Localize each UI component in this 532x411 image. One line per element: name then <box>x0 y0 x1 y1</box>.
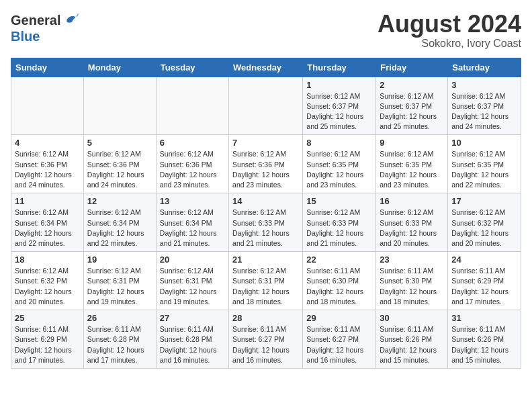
weekday-header-row: SundayMondayTuesdayWednesdayThursdayFrid… <box>11 58 521 77</box>
day-detail: Sunrise: 6:12 AM Sunset: 6:36 PM Dayligh… <box>87 149 152 190</box>
day-detail: Sunrise: 6:12 AM Sunset: 6:32 PM Dayligh… <box>15 266 80 307</box>
weekday-header-monday: Monday <box>83 58 156 77</box>
day-number: 8 <box>306 138 372 148</box>
day-detail: Sunrise: 6:12 AM Sunset: 6:31 PM Dayligh… <box>232 266 299 307</box>
logo: General Blue <box>11 11 81 43</box>
calendar-cell: 11Sunrise: 6:12 AM Sunset: 6:34 PM Dayli… <box>11 193 84 252</box>
day-number: 18 <box>15 255 80 265</box>
calendar-cell: 27Sunrise: 6:11 AM Sunset: 6:28 PM Dayli… <box>156 310 228 369</box>
calendar-week-1: 1Sunrise: 6:12 AM Sunset: 6:37 PM Daylig… <box>11 77 521 135</box>
day-detail: Sunrise: 6:11 AM Sunset: 6:29 PM Dayligh… <box>451 266 517 307</box>
day-detail: Sunrise: 6:12 AM Sunset: 6:37 PM Dayligh… <box>451 91 517 132</box>
calendar-cell: 22Sunrise: 6:11 AM Sunset: 6:30 PM Dayli… <box>303 252 376 310</box>
calendar-cell: 10Sunrise: 6:12 AM Sunset: 6:35 PM Dayli… <box>448 135 521 193</box>
day-number: 6 <box>160 138 225 148</box>
day-detail: Sunrise: 6:12 AM Sunset: 6:35 PM Dayligh… <box>306 149 372 190</box>
weekday-header-wednesday: Wednesday <box>229 58 303 77</box>
day-number: 24 <box>451 255 517 265</box>
day-detail: Sunrise: 6:12 AM Sunset: 6:31 PM Dayligh… <box>87 266 152 307</box>
day-number: 2 <box>380 80 444 90</box>
day-number: 14 <box>232 196 299 206</box>
title-area: August 2024 Sokokro, Ivory Coast <box>378 11 521 50</box>
day-number: 19 <box>87 255 152 265</box>
day-number: 21 <box>232 255 299 265</box>
day-number: 1 <box>306 80 372 90</box>
calendar-week-5: 25Sunrise: 6:11 AM Sunset: 6:29 PM Dayli… <box>11 310 521 369</box>
calendar-cell: 20Sunrise: 6:12 AM Sunset: 6:31 PM Dayli… <box>156 252 228 310</box>
calendar-cell: 17Sunrise: 6:12 AM Sunset: 6:32 PM Dayli… <box>448 193 521 252</box>
day-number: 29 <box>306 313 372 323</box>
day-number: 25 <box>15 313 80 323</box>
day-number: 4 <box>15 138 80 148</box>
day-detail: Sunrise: 6:11 AM Sunset: 6:28 PM Dayligh… <box>87 324 152 365</box>
calendar-cell: 15Sunrise: 6:12 AM Sunset: 6:33 PM Dayli… <box>303 193 376 252</box>
weekday-header-tuesday: Tuesday <box>156 58 228 77</box>
calendar-cell: 25Sunrise: 6:11 AM Sunset: 6:29 PM Dayli… <box>11 310 84 369</box>
day-detail: Sunrise: 6:12 AM Sunset: 6:35 PM Dayligh… <box>380 149 444 190</box>
weekday-header-thursday: Thursday <box>303 58 376 77</box>
day-detail: Sunrise: 6:11 AM Sunset: 6:26 PM Dayligh… <box>451 324 517 365</box>
day-detail: Sunrise: 6:12 AM Sunset: 6:37 PM Dayligh… <box>306 91 372 132</box>
calendar-cell <box>11 77 84 135</box>
calendar-cell <box>83 77 156 135</box>
day-detail: Sunrise: 6:11 AM Sunset: 6:30 PM Dayligh… <box>380 266 444 307</box>
day-number: 28 <box>232 313 299 323</box>
logo-bird-icon <box>62 11 81 30</box>
day-number: 23 <box>380 255 444 265</box>
calendar-cell <box>229 77 303 135</box>
location: Sokokro, Ivory Coast <box>378 38 521 50</box>
calendar-cell: 1Sunrise: 6:12 AM Sunset: 6:37 PM Daylig… <box>303 77 376 135</box>
header: General Blue August 2024 Sokokro, Ivory … <box>11 11 521 50</box>
day-number: 17 <box>451 196 517 206</box>
calendar-cell: 29Sunrise: 6:11 AM Sunset: 6:27 PM Dayli… <box>303 310 376 369</box>
day-detail: Sunrise: 6:12 AM Sunset: 6:36 PM Dayligh… <box>232 149 299 190</box>
day-detail: Sunrise: 6:12 AM Sunset: 6:32 PM Dayligh… <box>451 208 517 248</box>
calendar-cell: 31Sunrise: 6:11 AM Sunset: 6:26 PM Dayli… <box>448 310 521 369</box>
calendar-cell: 4Sunrise: 6:12 AM Sunset: 6:36 PM Daylig… <box>11 135 84 193</box>
day-detail: Sunrise: 6:12 AM Sunset: 6:33 PM Dayligh… <box>380 208 444 248</box>
day-detail: Sunrise: 6:12 AM Sunset: 6:33 PM Dayligh… <box>232 208 299 248</box>
day-detail: Sunrise: 6:11 AM Sunset: 6:30 PM Dayligh… <box>306 266 372 307</box>
calendar-cell: 18Sunrise: 6:12 AM Sunset: 6:32 PM Dayli… <box>11 252 84 310</box>
calendar-cell: 8Sunrise: 6:12 AM Sunset: 6:35 PM Daylig… <box>303 135 376 193</box>
day-detail: Sunrise: 6:11 AM Sunset: 6:27 PM Dayligh… <box>306 324 372 365</box>
calendar-cell <box>156 77 228 135</box>
logo-general: General <box>11 13 60 28</box>
day-number: 26 <box>87 313 152 323</box>
calendar-week-2: 4Sunrise: 6:12 AM Sunset: 6:36 PM Daylig… <box>11 135 521 193</box>
calendar-cell: 23Sunrise: 6:11 AM Sunset: 6:30 PM Dayli… <box>376 252 448 310</box>
day-number: 3 <box>451 80 517 90</box>
day-detail: Sunrise: 6:11 AM Sunset: 6:26 PM Dayligh… <box>380 324 444 365</box>
day-number: 16 <box>380 196 444 206</box>
calendar-cell: 26Sunrise: 6:11 AM Sunset: 6:28 PM Dayli… <box>83 310 156 369</box>
day-detail: Sunrise: 6:11 AM Sunset: 6:28 PM Dayligh… <box>160 324 225 365</box>
calendar-cell: 28Sunrise: 6:11 AM Sunset: 6:27 PM Dayli… <box>229 310 303 369</box>
day-number: 11 <box>15 196 80 206</box>
weekday-header-friday: Friday <box>376 58 448 77</box>
calendar-body: 1Sunrise: 6:12 AM Sunset: 6:37 PM Daylig… <box>11 77 521 368</box>
day-detail: Sunrise: 6:12 AM Sunset: 6:34 PM Dayligh… <box>87 208 152 248</box>
day-detail: Sunrise: 6:12 AM Sunset: 6:37 PM Dayligh… <box>380 91 444 132</box>
day-number: 30 <box>380 313 444 323</box>
month-year: August 2024 <box>378 11 521 38</box>
day-number: 12 <box>87 196 152 206</box>
day-detail: Sunrise: 6:12 AM Sunset: 6:36 PM Dayligh… <box>15 149 80 190</box>
calendar-cell: 7Sunrise: 6:12 AM Sunset: 6:36 PM Daylig… <box>229 135 303 193</box>
calendar-cell: 9Sunrise: 6:12 AM Sunset: 6:35 PM Daylig… <box>376 135 448 193</box>
day-number: 7 <box>232 138 299 148</box>
calendar-cell: 16Sunrise: 6:12 AM Sunset: 6:33 PM Dayli… <box>376 193 448 252</box>
calendar-cell: 21Sunrise: 6:12 AM Sunset: 6:31 PM Dayli… <box>229 252 303 310</box>
calendar-cell: 14Sunrise: 6:12 AM Sunset: 6:33 PM Dayli… <box>229 193 303 252</box>
calendar-table: SundayMondayTuesdayWednesdayThursdayFrid… <box>11 58 521 369</box>
day-number: 20 <box>160 255 225 265</box>
day-detail: Sunrise: 6:11 AM Sunset: 6:27 PM Dayligh… <box>232 324 299 365</box>
day-detail: Sunrise: 6:12 AM Sunset: 6:33 PM Dayligh… <box>306 208 372 248</box>
calendar-cell: 30Sunrise: 6:11 AM Sunset: 6:26 PM Dayli… <box>376 310 448 369</box>
calendar-cell: 24Sunrise: 6:11 AM Sunset: 6:29 PM Dayli… <box>448 252 521 310</box>
calendar-cell: 5Sunrise: 6:12 AM Sunset: 6:36 PM Daylig… <box>83 135 156 193</box>
day-number: 22 <box>306 255 372 265</box>
day-detail: Sunrise: 6:12 AM Sunset: 6:36 PM Dayligh… <box>160 149 225 190</box>
calendar-week-4: 18Sunrise: 6:12 AM Sunset: 6:32 PM Dayli… <box>11 252 521 310</box>
day-detail: Sunrise: 6:11 AM Sunset: 6:29 PM Dayligh… <box>15 324 80 365</box>
weekday-header-saturday: Saturday <box>448 58 521 77</box>
